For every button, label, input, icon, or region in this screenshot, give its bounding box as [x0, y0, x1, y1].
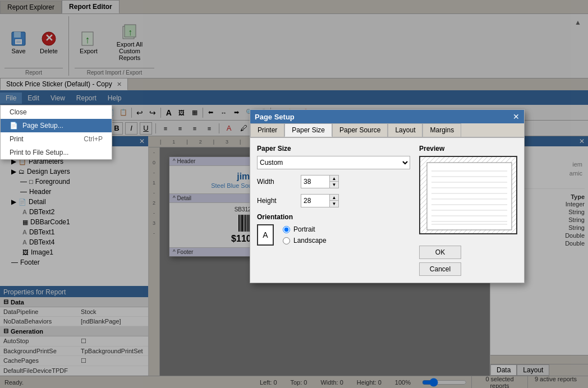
width-row: Width ▲ ▼	[257, 175, 410, 188]
dialog-title-bar: Page Setup ✕	[250, 110, 524, 123]
dialog-title: Page Setup	[255, 113, 295, 121]
height-label: Height	[257, 197, 296, 205]
height-input[interactable]	[301, 195, 329, 207]
dialog-tab-printer[interactable]: Printer	[250, 123, 284, 137]
width-input[interactable]	[301, 175, 329, 188]
file-dropdown: Close 📄 Page Setup... Print Ctrl+P Print…	[0, 105, 112, 160]
portrait-radio[interactable]	[283, 226, 290, 233]
dialog-tab-papersize[interactable]: Paper Size	[284, 123, 332, 137]
cancel-button[interactable]: Cancel	[419, 262, 461, 276]
dialog-tab-layout[interactable]: Layout	[388, 123, 422, 137]
paper-size-section: Paper Size CustomLetterA4Legal	[257, 145, 410, 169]
page-setup-icon: 📄	[10, 122, 18, 130]
preview-label: Preview	[419, 145, 517, 153]
menu-print[interactable]: Print Ctrl+P	[1, 132, 112, 146]
portrait-label: Portrait	[293, 225, 315, 233]
height-up-btn[interactable]: ▲	[329, 195, 338, 201]
page-setup-dialog: Page Setup ✕ Printer Paper Size Paper So…	[250, 109, 525, 283]
height-down-btn[interactable]: ▼	[329, 201, 338, 207]
ok-button[interactable]: OK	[419, 246, 461, 259]
orientation-label: Orientation	[257, 213, 410, 221]
menu-print-to-file[interactable]: Print to File Setup...	[1, 146, 112, 159]
preview-section: Preview	[419, 145, 517, 234]
paper-size-select[interactable]: CustomLetterA4Legal	[257, 156, 410, 169]
width-label: Width	[257, 178, 296, 186]
portrait-icon: A	[257, 224, 274, 246]
width-up-btn[interactable]: ▲	[329, 175, 338, 182]
svg-rect-13	[427, 163, 512, 230]
dialog-close-button[interactable]: ✕	[513, 112, 520, 121]
height-row: Height ▲ ▼	[257, 194, 410, 207]
width-down-btn[interactable]: ▼	[329, 182, 338, 188]
menu-close[interactable]: Close	[1, 105, 112, 119]
landscape-label: Landscape	[293, 237, 327, 244]
portrait-radio-row: Portrait	[283, 225, 327, 233]
dialog-tab-margins[interactable]: Margins	[422, 123, 461, 137]
dialog-tab-papersource[interactable]: Paper Source	[332, 123, 388, 137]
landscape-radio-row: Landscape	[283, 237, 327, 244]
preview-box	[419, 156, 517, 234]
dialog-tabs: Printer Paper Size Paper Source Layout M…	[250, 123, 524, 138]
paper-size-label: Paper Size	[257, 145, 410, 153]
landscape-radio[interactable]	[283, 237, 290, 244]
orientation-section: Orientation A Portrait Landscape	[257, 213, 410, 246]
menu-page-setup[interactable]: 📄 Page Setup...	[1, 119, 112, 132]
